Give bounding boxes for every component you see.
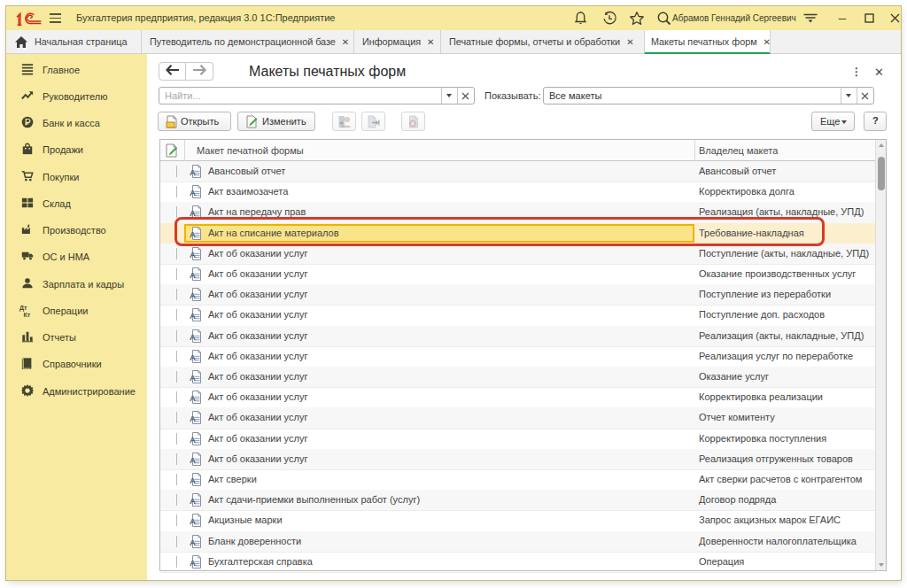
svg-text:А: А: [190, 393, 196, 403]
svg-text:А: А: [190, 558, 196, 568]
svg-text:А: А: [190, 414, 196, 423]
svg-text:А: А: [190, 188, 196, 197]
svg-text:А: А: [190, 434, 196, 444]
svg-text:А: А: [190, 167, 196, 177]
svg-text:А: А: [190, 476, 196, 485]
svg-text:А: А: [190, 537, 196, 546]
svg-text:А: А: [190, 516, 196, 526]
svg-text:Дт: Дт: [19, 305, 27, 312]
svg-text:А: А: [190, 331, 196, 341]
svg-text:А: А: [190, 496, 196, 506]
svg-text:А: А: [190, 373, 196, 383]
svg-text:Кт: Кт: [24, 312, 31, 318]
svg-text:А: А: [190, 455, 196, 465]
svg-text:А: А: [190, 250, 196, 259]
svg-text:А: А: [190, 352, 196, 362]
svg-text:А: А: [190, 311, 196, 321]
svg-text:А: А: [190, 290, 196, 300]
svg-text:А: А: [190, 270, 196, 280]
